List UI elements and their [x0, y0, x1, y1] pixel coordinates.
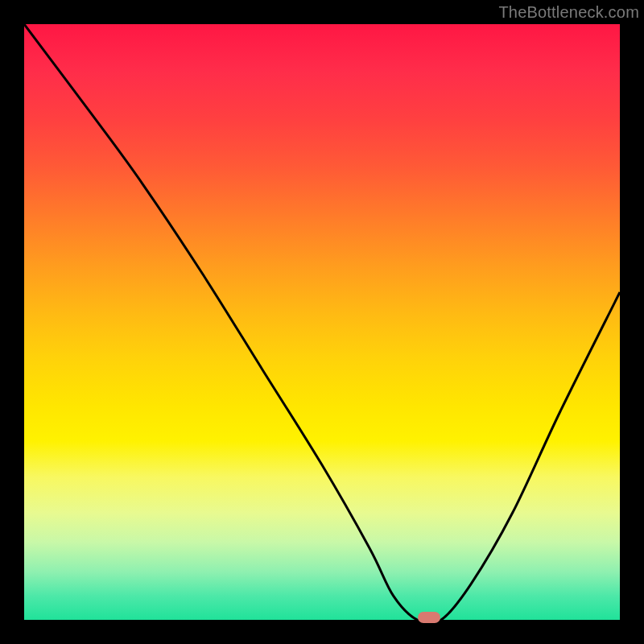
chart-frame: TheBottleneck.com — [0, 0, 644, 644]
watermark-text: TheBottleneck.com — [498, 3, 639, 22]
optimal-marker — [418, 612, 440, 623]
plot-area — [24, 24, 620, 620]
